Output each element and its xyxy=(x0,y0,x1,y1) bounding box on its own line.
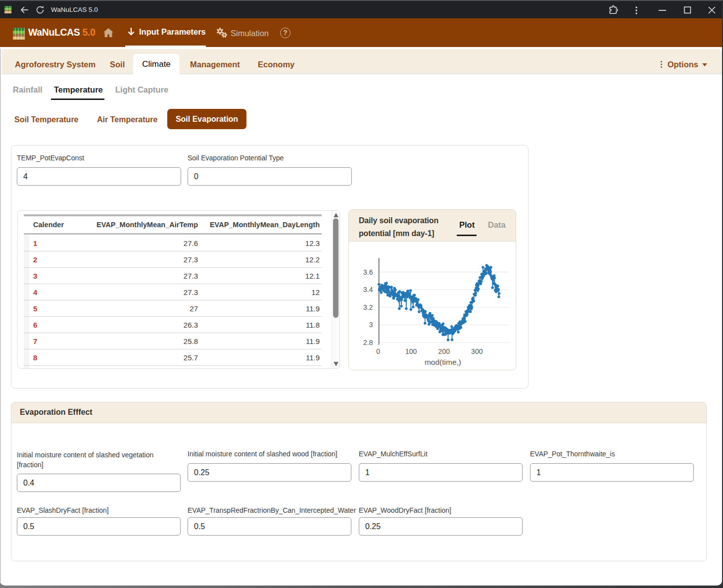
svg-text:3.4: 3.4 xyxy=(363,286,373,294)
svg-text:300: 300 xyxy=(471,347,483,355)
svg-text:100: 100 xyxy=(405,347,417,355)
svg-text:3.2: 3.2 xyxy=(363,303,373,311)
svg-text:3.6: 3.6 xyxy=(363,268,373,276)
svg-text:3: 3 xyxy=(369,321,373,329)
svg-text:2.8: 2.8 xyxy=(363,339,373,346)
svg-text:200: 200 xyxy=(438,347,450,355)
svg-text:mod(time,): mod(time,) xyxy=(425,358,461,366)
svg-text:0: 0 xyxy=(376,347,380,355)
